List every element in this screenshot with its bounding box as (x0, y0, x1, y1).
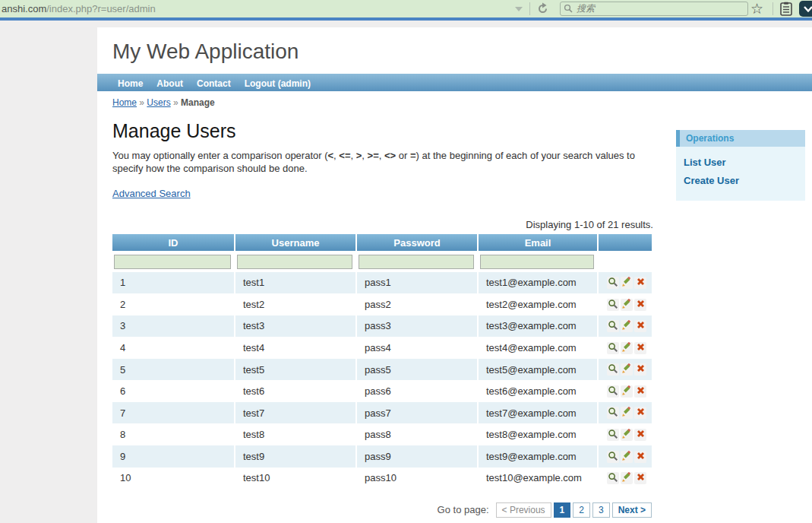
filter-input-email[interactable] (480, 255, 594, 269)
column-header-username[interactable]: Username (234, 234, 355, 251)
cell-username: test10 (234, 468, 355, 490)
pagination-label: Go to page: (438, 504, 489, 515)
delete-button[interactable] (634, 363, 646, 376)
next-page-button[interactable]: Next > (612, 502, 652, 518)
column-header-password[interactable]: Password (355, 234, 477, 251)
column-header-actions (597, 234, 652, 251)
toolbar-divider (773, 2, 773, 15)
view-button[interactable] (607, 407, 619, 419)
main-nav-list: HomeAboutContactLogout (admin) (97, 74, 812, 91)
page-button-1[interactable]: 1 (554, 502, 571, 518)
update-button[interactable] (621, 407, 633, 419)
view-button[interactable] (607, 385, 619, 398)
cell-username: test6 (234, 380, 355, 402)
update-button[interactable] (621, 385, 633, 398)
app-title: My Web Application (97, 27, 812, 74)
cell-id: 6 (112, 380, 234, 402)
delete-button[interactable] (634, 451, 646, 463)
delete-button[interactable] (634, 429, 646, 441)
view-button[interactable] (607, 451, 619, 463)
cell-id: 1 (112, 272, 234, 294)
column-header-email[interactable]: Email (477, 234, 597, 251)
delete-button[interactable] (634, 472, 646, 484)
update-button[interactable] (621, 451, 633, 463)
cell-password: pass2 (355, 293, 477, 315)
table-row: 8test8pass8test8@example.com (112, 423, 652, 445)
row-actions (597, 380, 652, 402)
filter-input-username[interactable] (237, 255, 352, 269)
breadcrumb-current: Manage (181, 97, 215, 108)
cell-id: 8 (112, 423, 234, 445)
update-button[interactable] (621, 277, 633, 289)
update-button[interactable] (621, 363, 633, 376)
delete-button[interactable] (634, 342, 646, 354)
row-actions (597, 423, 652, 445)
cell-password: pass1 (355, 272, 477, 294)
toolbar-divider (529, 2, 530, 15)
breadcrumb-link-home[interactable]: Home (112, 97, 137, 108)
portlet-links: List UserCreate User (676, 147, 805, 201)
security-extension-icon[interactable] (799, 1, 812, 17)
nav-item-wrap: Home (111, 76, 150, 90)
breadcrumb-separator: » (137, 97, 147, 108)
nav-item-about[interactable]: About (150, 75, 190, 92)
delete-button[interactable] (634, 407, 646, 419)
reload-icon[interactable] (536, 2, 549, 18)
view-button[interactable] (607, 363, 619, 376)
table-row: 4test4pass4test4@example.com (112, 337, 652, 359)
bookmark-star-icon[interactable]: ☆ (750, 0, 763, 17)
cell-id: 3 (112, 315, 234, 338)
column-header-id[interactable]: ID (112, 234, 234, 251)
update-button[interactable] (621, 472, 633, 484)
view-button[interactable] (607, 320, 619, 332)
pagination: Go to page:< Previous123Next > (112, 502, 652, 518)
table-row: 6test6pass6test6@example.com (112, 380, 652, 402)
search-placeholder: 搜索 (577, 2, 595, 15)
nav-item-contact[interactable]: Contact (190, 75, 238, 92)
url-bar[interactable]: anshi.com/index.php?r=user/admin (2, 3, 156, 14)
filter-input-id[interactable] (114, 255, 231, 269)
breadcrumb-link-users[interactable]: Users (147, 97, 170, 108)
view-button[interactable] (607, 277, 619, 289)
nav-item-home[interactable]: Home (111, 75, 150, 92)
update-button[interactable] (621, 320, 633, 332)
cell-username: test8 (234, 423, 355, 445)
filter-input-password[interactable] (359, 255, 474, 269)
cell-email: test6@example.com (477, 380, 597, 402)
advanced-search-link[interactable]: Advanced Search (112, 188, 191, 199)
cell-password: pass8 (355, 423, 477, 445)
content-row: Manage Users You may optionally enter a … (97, 108, 812, 518)
url-domain: anshi.com (2, 3, 46, 14)
operation-link-list-user[interactable]: List User (684, 157, 798, 168)
update-button[interactable] (621, 342, 633, 354)
delete-button[interactable] (634, 385, 646, 398)
cell-email: test1@example.com (477, 272, 597, 294)
view-button[interactable] (607, 472, 619, 484)
cell-password: pass10 (355, 468, 477, 490)
nav-item-logout-admin[interactable]: Logout (admin) (238, 75, 318, 92)
cell-username: test9 (234, 445, 355, 468)
update-button[interactable] (621, 299, 633, 311)
cell-id: 7 (112, 402, 234, 424)
page-button-3[interactable]: 3 (592, 502, 610, 518)
url-dropdown-icon[interactable] (515, 7, 523, 11)
view-button[interactable] (607, 342, 619, 354)
search-input[interactable]: 搜索 (560, 2, 748, 16)
operation-link-create-user[interactable]: Create User (684, 175, 798, 186)
page-button-2[interactable]: 2 (573, 502, 590, 518)
reading-list-icon[interactable] (779, 2, 793, 19)
view-button[interactable] (607, 429, 619, 441)
cell-username: test7 (234, 402, 355, 424)
delete-button[interactable] (634, 320, 646, 332)
cell-password: pass9 (355, 445, 477, 468)
view-button[interactable] (607, 299, 619, 311)
delete-button[interactable] (634, 299, 646, 311)
cell-email: test4@example.com (477, 337, 597, 359)
update-button[interactable] (621, 429, 633, 441)
table-row: 5test5pass5test5@example.com (112, 359, 652, 381)
row-actions (597, 468, 652, 490)
cell-email: test2@example.com (477, 293, 597, 315)
delete-button[interactable] (634, 277, 646, 289)
row-actions (597, 272, 652, 294)
previous-page-button[interactable]: < Previous (496, 502, 551, 518)
